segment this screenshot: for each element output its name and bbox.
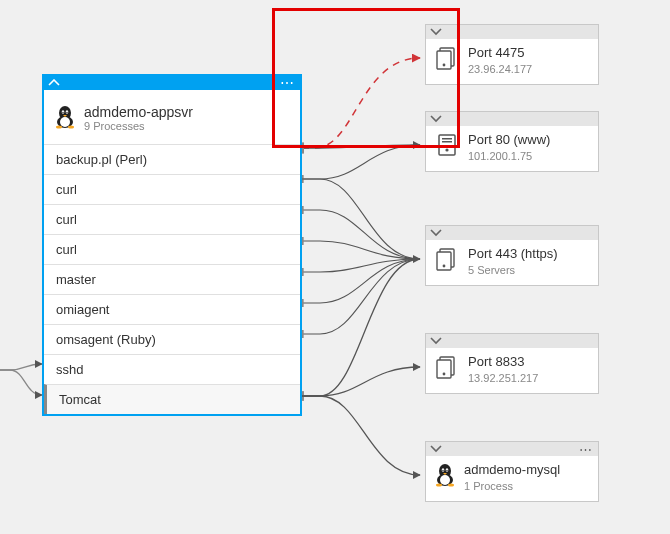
dest-title: Port 8833	[468, 354, 538, 370]
dest-subtitle: 13.92.251.217	[468, 372, 538, 385]
process-label: master	[56, 272, 96, 287]
process-label: curl	[56, 242, 77, 257]
dest-subtitle: 1 Process	[464, 480, 560, 493]
dest-title: Port 4475	[468, 45, 532, 61]
destination-node[interactable]: Port 80 (www)101.200.1.75	[425, 111, 599, 172]
dest-title: admdemo-mysql	[464, 462, 560, 478]
dest-collapse-bar[interactable]	[426, 226, 598, 240]
svg-point-8	[56, 126, 62, 129]
more-icon[interactable]: ⋯	[280, 76, 296, 90]
process-label: sshd	[56, 362, 83, 377]
process-item[interactable]: omiagent	[44, 294, 300, 324]
dest-body: admdemo-mysql1 Process	[426, 456, 598, 501]
process-label: backup.pl (Perl)	[56, 152, 147, 167]
servers-icon	[434, 45, 460, 75]
dest-body: Port 883313.92.251.217	[426, 348, 598, 393]
process-item[interactable]: sshd	[44, 354, 300, 384]
svg-point-30	[436, 484, 442, 487]
process-label: curl	[56, 182, 77, 197]
dest-title: Port 80 (www)	[468, 132, 550, 148]
process-item[interactable]: curl	[44, 174, 300, 204]
dest-body: Port 80 (www)101.200.1.75	[426, 126, 598, 171]
destination-node[interactable]: Port 443 (https)5 Servers	[425, 225, 599, 286]
process-item[interactable]: master	[44, 264, 300, 294]
dest-title: Port 443 (https)	[468, 246, 558, 262]
dest-collapse-bar[interactable]	[426, 112, 598, 126]
process-item[interactable]: Tomcat	[44, 384, 300, 414]
tux-icon	[54, 104, 76, 134]
process-label: Tomcat	[59, 392, 101, 407]
destination-node[interactable]: Port 883313.92.251.217	[425, 333, 599, 394]
dest-collapse-bar[interactable]: ⋯	[426, 442, 598, 456]
chevron-down-icon	[430, 28, 442, 36]
svg-point-6	[62, 112, 63, 113]
chevron-down-icon	[430, 229, 442, 237]
svg-rect-16	[442, 141, 452, 143]
chevron-down-icon	[430, 115, 442, 123]
svg-point-19	[443, 265, 446, 268]
svg-point-29	[446, 470, 447, 471]
chevron-down-icon	[430, 445, 442, 453]
dest-body: Port 443 (https)5 Servers	[426, 240, 598, 285]
dest-subtitle: 5 Servers	[468, 264, 558, 277]
svg-point-28	[442, 470, 443, 471]
svg-point-7	[66, 112, 67, 113]
process-item[interactable]: backup.pl (Perl)	[44, 144, 300, 174]
svg-point-12	[443, 64, 446, 67]
server-icon	[434, 132, 460, 162]
server-node[interactable]: ⋯ admdemo-appsvr 9 Processes backup.pl (…	[42, 74, 302, 416]
dest-body: Port 447523.96.24.177	[426, 39, 598, 84]
server-collapse-bar[interactable]: ⋯	[44, 76, 300, 90]
chevron-up-icon	[48, 79, 60, 87]
svg-point-3	[60, 117, 70, 127]
process-list: backup.pl (Perl)curlcurlcurlmasteromiage…	[44, 144, 300, 414]
svg-point-25	[440, 475, 450, 485]
dest-subtitle: 23.96.24.177	[468, 63, 532, 76]
dest-collapse-bar[interactable]	[426, 25, 598, 39]
server-subtitle: 9 Processes	[84, 120, 193, 132]
server-name: admdemo-appsvr	[84, 104, 193, 120]
svg-point-9	[68, 126, 74, 129]
more-icon[interactable]: ⋯	[579, 442, 594, 457]
chevron-down-icon	[430, 337, 442, 345]
svg-rect-15	[442, 138, 452, 140]
process-item[interactable]: curl	[44, 204, 300, 234]
process-label: omiagent	[56, 302, 109, 317]
dest-collapse-bar[interactable]	[426, 334, 598, 348]
process-item[interactable]: curl	[44, 234, 300, 264]
process-label: curl	[56, 212, 77, 227]
svg-point-22	[443, 373, 446, 376]
svg-point-31	[448, 484, 454, 487]
dest-subtitle: 101.200.1.75	[468, 150, 550, 163]
servers-icon	[434, 354, 460, 384]
tux-icon	[434, 462, 456, 492]
process-item[interactable]: omsagent (Ruby)	[44, 324, 300, 354]
server-header: admdemo-appsvr 9 Processes	[44, 90, 300, 144]
destination-node[interactable]: Port 447523.96.24.177	[425, 24, 599, 85]
svg-point-14	[445, 149, 448, 152]
servers-icon	[434, 246, 460, 276]
process-label: omsagent (Ruby)	[56, 332, 156, 347]
destination-node[interactable]: ⋯ admdemo-mysql1 Process	[425, 441, 599, 502]
